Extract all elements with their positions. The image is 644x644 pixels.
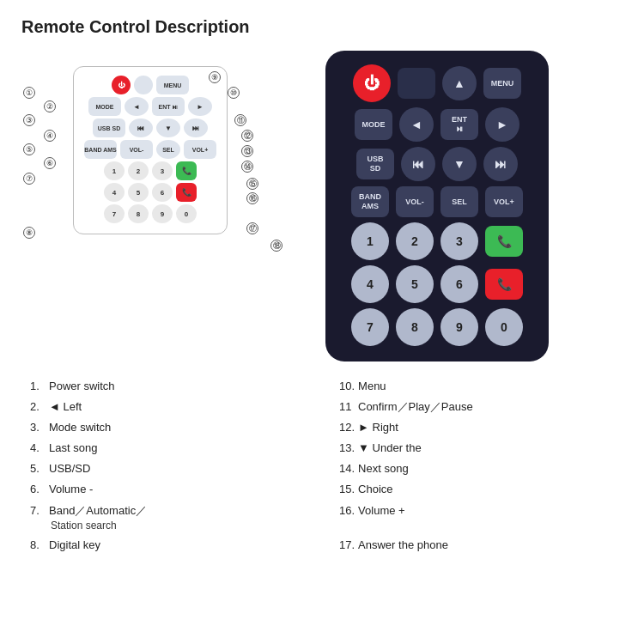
remote-row-5: 4 5 6 📞 bbox=[337, 265, 537, 303]
remote-btn-5: 5 bbox=[396, 265, 434, 303]
desc-text-15: Choice bbox=[358, 480, 392, 499]
diagram-row-6: 7 8 9 0 bbox=[81, 204, 220, 223]
remote-btn-left: ◄ bbox=[399, 107, 434, 142]
remote-btn-call-green: 📞 bbox=[485, 226, 523, 257]
desc-item-14: 14. Next song bbox=[339, 459, 623, 478]
remote-row-6: 7 8 9 0 bbox=[337, 308, 537, 346]
remote-btn-empty bbox=[398, 68, 435, 99]
desc-text-14: Next song bbox=[358, 459, 409, 478]
page: Remote Control Description ⏻ MENU MODE ◄… bbox=[0, 0, 644, 644]
remote-btn-power: ⏻ bbox=[353, 64, 391, 102]
desc-item-6: 6. Volume - bbox=[30, 480, 313, 499]
page-title: Remote Control Description bbox=[21, 17, 623, 37]
desc-item-5: 5. USB/SD bbox=[30, 459, 313, 478]
diag-btn-3: 3 bbox=[152, 161, 173, 180]
desc-num-1: 1. bbox=[30, 377, 46, 396]
diag-btn-call-red: 📞 bbox=[176, 183, 197, 202]
diag-btn-blank1 bbox=[134, 76, 153, 94]
remote-btn-band: BANDAMS bbox=[351, 186, 389, 217]
desc-item-1: 1. Power switch bbox=[30, 377, 313, 396]
diagram-row-3: BAND AMS VOL- SEL VOL+ bbox=[81, 140, 220, 159]
diag-btn-mode: MODE bbox=[88, 97, 121, 116]
desc-num-3: 3. bbox=[30, 418, 46, 437]
remote-btn-4: 4 bbox=[351, 265, 389, 303]
desc-num-2: 2. bbox=[30, 398, 46, 416]
desc-num-10: 10. bbox=[339, 377, 355, 396]
remote-btn-menu: MENU bbox=[483, 68, 521, 99]
diag-btn-5: 5 bbox=[128, 183, 149, 202]
callout-6: ⑥ bbox=[44, 157, 56, 169]
desc-item-15: 15. Choice bbox=[339, 480, 623, 499]
desc-num-12: 12. bbox=[339, 418, 355, 437]
remote-btn-up: ▲ bbox=[442, 66, 477, 100]
desc-text-17: Answer the phone bbox=[358, 536, 448, 555]
desc-num-8: 8. bbox=[30, 536, 46, 555]
diag-btn-2: 2 bbox=[128, 161, 149, 180]
desc-text-6: Volume - bbox=[49, 480, 93, 499]
diag-btn-vol-plus: VOL+ bbox=[184, 140, 216, 159]
callout-17: ⑰ bbox=[246, 222, 258, 234]
remote-btn-right: ► bbox=[485, 107, 519, 142]
desc-item-4: 4. Last song bbox=[30, 439, 313, 458]
diag-btn-down: ▼ bbox=[156, 118, 180, 137]
callout-18: ⑱ bbox=[270, 240, 283, 252]
diag-btn-vol-minus: VOL- bbox=[120, 140, 153, 159]
diag-btn-power: ⏻ bbox=[112, 76, 131, 94]
desc-item-3: 3. Mode switch bbox=[30, 418, 313, 437]
remote-btn-6: 6 bbox=[440, 265, 478, 303]
remote-diagram: ⏻ MENU MODE ◄ ENT ⏯ ► USB SD ⏮ ▼ ⏭ bbox=[73, 66, 228, 234]
desc-text-8: Digital key bbox=[49, 536, 100, 555]
diagram-row-1: MODE ◄ ENT ⏯ ► bbox=[81, 97, 220, 116]
diag-btn-4: 4 bbox=[104, 183, 125, 202]
diag-btn-left: ◄ bbox=[125, 97, 149, 116]
callout-14: ⑭ bbox=[241, 161, 253, 173]
diag-btn-8: 8 bbox=[128, 204, 149, 223]
remote-btn-2: 2 bbox=[396, 222, 434, 260]
diag-btn-sel: SEL bbox=[156, 140, 180, 159]
remote-btn-prev: ⏮ bbox=[401, 147, 435, 181]
desc-item-10: 10. Menu bbox=[339, 377, 623, 396]
desc-item-17: 17. Answer the phone bbox=[339, 536, 623, 555]
diag-btn-7: 7 bbox=[104, 204, 125, 223]
callout-10: ⑩ bbox=[228, 87, 240, 99]
diag-btn-6: 6 bbox=[152, 183, 173, 202]
desc-item-13: 13. ▼ Under the bbox=[339, 439, 623, 458]
desc-num-4: 4. bbox=[30, 439, 46, 458]
desc-text-10: Menu bbox=[358, 377, 386, 396]
diagram-row-0: ⏻ MENU bbox=[81, 76, 220, 94]
desc-num-16: 16. bbox=[339, 501, 355, 520]
desc-num-15: 15. bbox=[339, 480, 355, 499]
callout-8: ⑧ bbox=[23, 227, 35, 239]
desc-item-12: 12. ► Right bbox=[339, 418, 623, 437]
callout-11: ⑪ bbox=[234, 114, 246, 126]
desc-text-13: ▼ Under the bbox=[358, 439, 422, 458]
diag-btn-right: ► bbox=[188, 97, 212, 116]
remote-row-2: USBSD ⏮ ▼ ⏭ bbox=[337, 147, 537, 181]
callout-4: ④ bbox=[44, 130, 56, 142]
remote-btn-ent-play: ENT⏯ bbox=[440, 109, 478, 140]
callout-15: ⑮ bbox=[246, 178, 258, 190]
desc-text-7b: Station search bbox=[30, 517, 313, 534]
callout-16: ⑯ bbox=[246, 192, 258, 204]
desc-item-11: 11 Confirm／Play／Pause bbox=[339, 398, 623, 416]
desc-item-16: 16. Volume + bbox=[339, 501, 623, 534]
top-section: ⏻ MENU MODE ◄ ENT ⏯ ► USB SD ⏮ ▼ ⏭ bbox=[21, 51, 623, 361]
remote-btn-down: ▼ bbox=[442, 147, 477, 181]
remote-btn-usbsd: USBSD bbox=[356, 149, 394, 179]
desc-text-16: Volume + bbox=[358, 501, 405, 520]
desc-num-6: 6. bbox=[30, 480, 46, 499]
remote-btn-vol-minus: VOL- bbox=[396, 186, 434, 217]
desc-num-14: 14. bbox=[339, 459, 355, 478]
desc-text-2: ◄ Left bbox=[49, 398, 82, 416]
remote-row-4: 1 2 3 📞 bbox=[337, 222, 537, 260]
diag-btn-9: 9 bbox=[152, 204, 173, 223]
desc-text-5: USB/SD bbox=[49, 459, 90, 478]
desc-text-3: Mode switch bbox=[49, 418, 111, 437]
callout-5: ⑤ bbox=[23, 143, 35, 155]
desc-num-5: 5. bbox=[30, 459, 46, 478]
remote-btn-9: 9 bbox=[440, 308, 478, 346]
remote-row-3: BANDAMS VOL- SEL VOL+ bbox=[337, 186, 537, 217]
desc-num-17: 17. bbox=[339, 536, 355, 555]
desc-text-4: Last song bbox=[49, 439, 97, 458]
desc-item-8: 8. Digital key bbox=[30, 536, 313, 555]
